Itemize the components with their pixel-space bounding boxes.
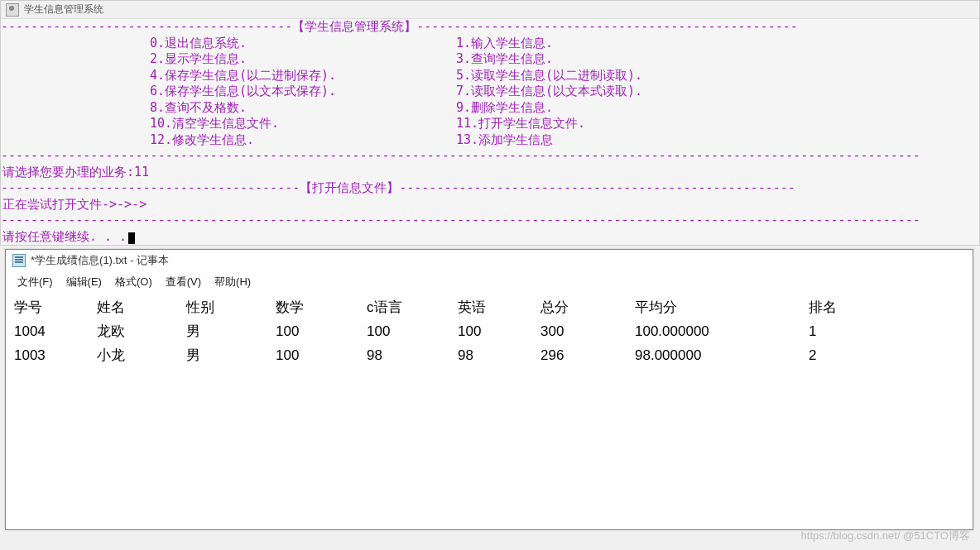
menu-edit[interactable]: 编辑(E) — [61, 273, 107, 291]
menu-item-right: 9.删除学生信息. — [456, 100, 553, 117]
notepad-menubar: 文件(F) 编辑(E) 格式(O) 查看(V) 帮助(H) — [6, 271, 973, 293]
header-gender: 性别 — [186, 296, 276, 320]
menu-item-right: 3.查询学生信息. — [456, 51, 553, 68]
cell-rank: 1 — [809, 320, 875, 344]
notepad-titlebar: *学生成绩信息(1).txt - 记事本 — [6, 250, 973, 271]
cell-c: 100 — [367, 320, 458, 344]
console-titlebar: 学生信息管理系统 — [1, 1, 979, 19]
notepad-title: *学生成绩信息(1).txt - 记事本 — [31, 253, 169, 268]
cell-avg: 98.000000 — [635, 344, 809, 368]
divider-line: ----------------------------------------… — [1, 213, 979, 229]
cell-total: 300 — [540, 320, 635, 344]
menu-item-right: 1.输入学生信息. — [456, 36, 553, 52]
header-divider: ---------------------------------------【… — [1, 19, 979, 36]
header-total: 总分 — [540, 296, 635, 320]
cell-name: 小龙 — [97, 344, 186, 368]
menu-item-left: 2.显示学生信息. — [150, 51, 456, 68]
cell-id: 1003 — [14, 344, 97, 368]
menu-item-right: 13.添加学生信息 — [456, 132, 553, 149]
section-divider: ----------------------------------------… — [1, 180, 979, 197]
menu-row: 2.显示学生信息.3.查询学生信息. — [1, 51, 979, 68]
menu-item-left: 8.查询不及格数. — [150, 100, 456, 117]
prompt-select: 请选择您要办理的业务:11 — [1, 165, 979, 181]
cell-gender: 男 — [186, 320, 276, 344]
menu-row: 10.清空学生信息文件.11.打开学生信息文件. — [1, 116, 979, 132]
cell-total: 296 — [540, 344, 635, 368]
console-title: 学生信息管理系统 — [24, 2, 103, 17]
console-window: 学生信息管理系统 -------------------------------… — [0, 0, 980, 246]
menu-file[interactable]: 文件(F) — [12, 273, 58, 291]
menu-item-right: 7.读取学生信息(以文本式读取). — [456, 84, 642, 100]
cell-math: 100 — [276, 344, 367, 368]
menu-view[interactable]: 查看(V) — [161, 273, 206, 291]
cell-avg: 100.000000 — [635, 320, 809, 344]
header-rank: 排名 — [809, 296, 875, 320]
cell-id: 1004 — [14, 320, 97, 344]
app-icon — [6, 3, 19, 17]
header-name: 姓名 — [97, 296, 186, 320]
notepad-content[interactable]: 学号 姓名 性别 数学 c语言 英语 总分 平均分 排名 1004龙欧男1001… — [6, 293, 973, 371]
menu-item-left: 10.清空学生信息文件. — [150, 116, 456, 132]
menu-item-right: 11.打开学生信息文件. — [456, 116, 585, 132]
header-c: c语言 — [367, 296, 458, 320]
menu-row: 4.保存学生信息(以二进制保存).5.读取学生信息(以二进制读取). — [1, 68, 979, 84]
press-any-key-prompt[interactable]: 请按任意键继续. . . — [1, 229, 979, 246]
watermark: https://blog.csdn.net/ @51CTO博客 — [801, 528, 970, 543]
menu-item-left: 0.退出信息系统. — [150, 36, 456, 52]
cell-c: 98 — [367, 344, 458, 368]
table-row: 1003小龙男100989829698.0000002 — [14, 344, 964, 368]
menu-row: 0.退出信息系统.1.输入学生信息. — [1, 36, 979, 52]
menu-item-left: 6.保存学生信息(以文本式保存). — [150, 84, 456, 100]
header-math: 数学 — [276, 296, 367, 320]
cell-eng: 98 — [458, 344, 540, 368]
table-header-row: 学号 姓名 性别 数学 c语言 英语 总分 平均分 排名 — [14, 296, 964, 320]
cell-eng: 100 — [458, 320, 540, 344]
header-eng: 英语 — [458, 296, 540, 320]
cell-gender: 男 — [186, 344, 276, 368]
menu-help[interactable]: 帮助(H) — [209, 273, 256, 291]
notepad-icon — [12, 254, 26, 267]
menu-row: 12.修改学生信息.13.添加学生信息 — [1, 132, 979, 149]
menu-item-left: 4.保存学生信息(以二进制保存). — [150, 68, 456, 84]
header-id: 学号 — [14, 296, 97, 320]
menu-row: 6.保存学生信息(以文本式保存).7.读取学生信息(以文本式读取). — [1, 84, 979, 100]
menu-item-left: 12.修改学生信息. — [150, 132, 456, 149]
cell-math: 100 — [276, 320, 367, 344]
opening-message: 正在尝试打开文件->->-> — [1, 197, 979, 213]
menu-format[interactable]: 格式(O) — [110, 273, 157, 291]
menu-row: 8.查询不及格数.9.删除学生信息. — [1, 100, 979, 117]
divider-line: ----------------------------------------… — [1, 148, 979, 165]
cell-rank: 2 — [809, 344, 875, 368]
notepad-window: *学生成绩信息(1).txt - 记事本 文件(F) 编辑(E) 格式(O) 查… — [5, 249, 973, 530]
cursor — [128, 232, 135, 244]
cell-name: 龙欧 — [97, 320, 186, 344]
table-row: 1004龙欧男100100100300100.0000001 — [14, 320, 964, 344]
header-avg: 平均分 — [635, 296, 809, 320]
console-content: ---------------------------------------【… — [1, 19, 979, 245]
menu-item-right: 5.读取学生信息(以二进制读取). — [456, 68, 642, 84]
